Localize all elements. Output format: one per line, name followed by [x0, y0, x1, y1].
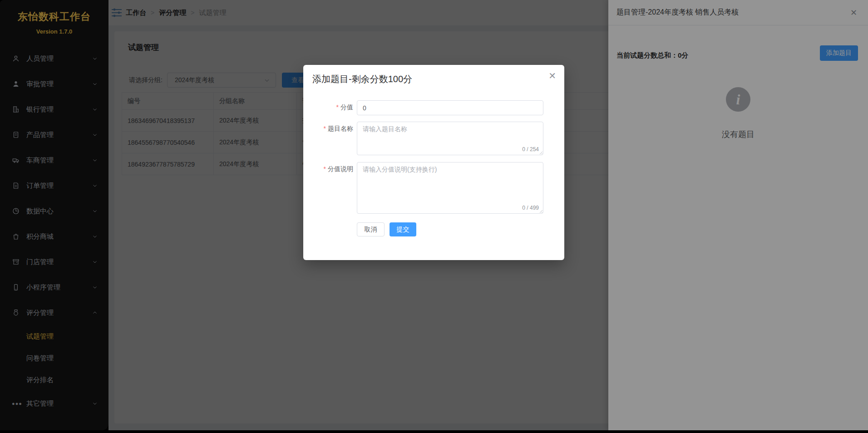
name-char-counter: 0 / 254	[522, 146, 539, 153]
required-asterisk: *	[324, 165, 326, 172]
score-input[interactable]	[357, 100, 543, 115]
score-field-label: *分值	[303, 103, 353, 112]
dialog-title: 添加题目-剩余分数100分	[312, 73, 412, 85]
desc-textarea[interactable]	[357, 162, 543, 214]
close-icon[interactable]: ✕	[548, 71, 556, 80]
name-field-label: *题目名称	[303, 125, 353, 133]
add-question-dialog: 添加题目-剩余分数100分 ✕ *分值 *题目名称 0 / 254 *分值说明 …	[303, 65, 564, 260]
cancel-button[interactable]: 取消	[357, 222, 385, 236]
desc-textarea-wrap: 0 / 499	[357, 162, 543, 214]
required-asterisk: *	[324, 125, 326, 132]
required-asterisk: *	[336, 103, 339, 111]
name-textarea[interactable]	[357, 122, 543, 155]
desc-char-counter: 0 / 499	[522, 205, 539, 211]
desc-field-label: *分值说明	[303, 165, 353, 173]
name-textarea-wrap: 0 / 254	[357, 122, 543, 155]
submit-button[interactable]: 提交	[390, 222, 416, 236]
